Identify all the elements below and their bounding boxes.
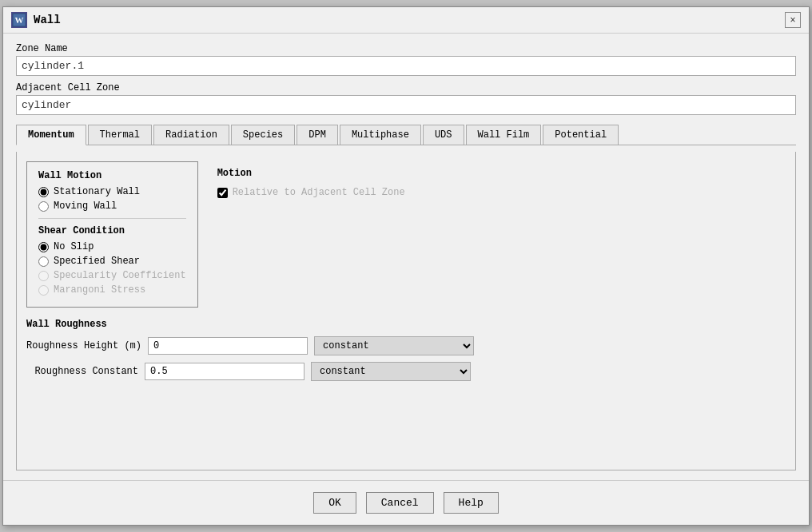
adjacent-cell-zone-label: Adjacent Cell Zone [16,82,796,93]
specified-shear-radio-row: Specified Shear [38,256,186,267]
wall-motion-title: Wall Motion [38,170,186,181]
roughness-height-input[interactable] [148,337,308,355]
dialog-body: Zone Name Adjacent Cell Zone Momentum Th… [3,34,809,480]
stationary-wall-radio[interactable] [38,187,49,197]
zone-name-input[interactable] [16,56,796,76]
stationary-wall-label[interactable]: Stationary Wall [54,186,140,197]
no-slip-radio[interactable] [38,242,49,252]
zone-name-field: Zone Name [16,43,796,76]
tab-multiphase[interactable]: Multiphase [340,125,421,145]
relative-checkbox[interactable] [217,188,228,198]
shear-condition-title: Shear Condition [38,225,186,236]
tab-dpm[interactable]: DPM [297,125,338,145]
specularity-radio-row: Specularity Coefficient [38,270,186,281]
specified-shear-label[interactable]: Specified Shear [54,256,140,267]
roughness-constant-row: Roughness Constant constant expression p… [26,362,786,381]
tab-potential[interactable]: Potential [543,125,619,145]
cancel-button[interactable]: Cancel [366,492,434,514]
zone-name-label: Zone Name [16,43,796,54]
close-button[interactable]: × [785,12,801,28]
tab-wall-film[interactable]: Wall Film [466,125,542,145]
specified-shear-radio[interactable] [38,256,49,267]
help-button[interactable]: Help [444,492,499,514]
wall-roughness-section: Wall Roughness Roughness Height (m) cons… [26,319,786,381]
roughness-height-row: Roughness Height (m) constant expression… [26,336,786,355]
tab-thermal[interactable]: Thermal [88,125,152,145]
ok-button[interactable]: OK [313,492,356,514]
roughness-constant-input[interactable] [145,363,304,380]
roughness-constant-label: Roughness Constant [26,366,138,377]
momentum-content: Wall Motion Stationary Wall Moving Wall … [26,161,786,308]
specularity-radio [38,271,49,281]
wall-motion-box: Wall Motion Stationary Wall Moving Wall … [26,161,198,308]
marangoni-radio-row: Marangoni Stress [38,284,186,296]
moving-wall-label[interactable]: Moving Wall [54,200,117,212]
marangoni-radio [38,285,49,296]
stationary-wall-radio-row: Stationary Wall [38,186,186,197]
dialog-footer: OK Cancel Help [3,480,809,525]
tab-species[interactable]: Species [231,125,295,145]
no-slip-radio-row: No Slip [38,241,186,252]
tab-momentum[interactable]: Momentum [16,125,86,145]
specularity-label: Specularity Coefficient [54,270,186,281]
wall-roughness-title: Wall Roughness [26,319,786,330]
moving-wall-radio-row: Moving Wall [38,200,186,212]
moving-wall-radio[interactable] [38,201,49,212]
motion-title: Motion [217,168,779,179]
tab-uds[interactable]: UDS [423,125,464,145]
adjacent-cell-zone-field: Adjacent Cell Zone [16,82,796,115]
title-bar: W Wall × [3,7,809,34]
tab-radiation[interactable]: Radiation [153,125,229,145]
marangoni-label: Marangoni Stress [54,284,145,296]
relative-label[interactable]: Relative to Adjacent Cell Zone [233,187,405,198]
svg-text:W: W [15,15,24,25]
tabs-row: Momentum Thermal Radiation Species DPM M… [16,125,796,145]
relative-checkbox-row: Relative to Adjacent Cell Zone [217,187,779,198]
tab-content-momentum: Wall Motion Stationary Wall Moving Wall … [16,152,796,470]
motion-panel: Motion Relative to Adjacent Cell Zone [211,161,786,308]
dialog-icon: W [11,12,27,28]
wall-dialog: W Wall × Zone Name Adjacent Cell Zone Mo… [2,6,810,526]
adjacent-cell-zone-input[interactable] [16,95,796,115]
roughness-constant-select[interactable]: constant expression profile [311,362,471,381]
roughness-height-select[interactable]: constant expression profile [314,336,474,355]
roughness-height-label: Roughness Height (m) [26,340,141,351]
dialog-title: Wall [34,14,61,26]
no-slip-label[interactable]: No Slip [54,241,94,252]
